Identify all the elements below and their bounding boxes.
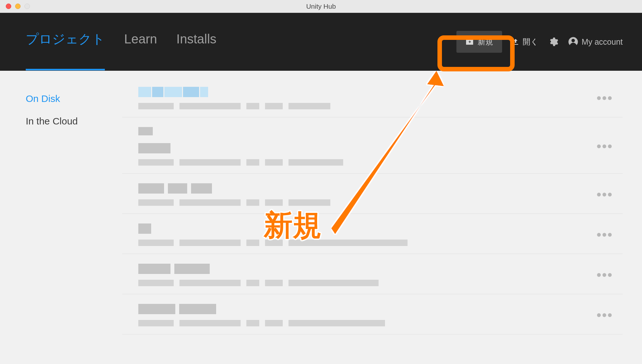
project-more-button[interactable]: ••• <box>597 139 616 154</box>
tab-installs[interactable]: Installs <box>176 32 216 52</box>
project-info <box>138 304 597 326</box>
window-title: Unity Hub <box>306 3 336 10</box>
settings-button[interactable] <box>548 37 558 47</box>
body: On Disk In the Cloud ••• ••• •• <box>0 71 642 364</box>
project-more-button[interactable]: ••• <box>597 308 616 323</box>
svg-rect-1 <box>470 41 470 43</box>
svg-point-3 <box>572 39 575 42</box>
sidebar: On Disk In the Cloud <box>0 71 122 364</box>
window-controls <box>0 4 30 9</box>
project-row[interactable]: ••• <box>122 117 623 174</box>
minimize-window-icon[interactable] <box>15 4 21 9</box>
project-list: ••• ••• ••• ••• <box>122 71 642 364</box>
main-tabs: プロジェクト Learn Installs <box>26 30 456 54</box>
project-row[interactable]: ••• <box>122 84 623 117</box>
maximize-window-icon[interactable] <box>24 4 30 9</box>
close-window-icon[interactable] <box>6 4 11 9</box>
project-info <box>138 183 597 206</box>
account-icon <box>568 37 578 47</box>
project-row[interactable]: ••• <box>122 294 623 334</box>
tab-learn[interactable]: Learn <box>124 32 157 52</box>
sidebar-item-on-disk[interactable]: On Disk <box>26 93 122 104</box>
project-info <box>138 264 597 286</box>
upload-icon <box>512 38 519 46</box>
folder-plus-icon <box>465 38 474 45</box>
project-info <box>138 223 597 246</box>
new-project-button[interactable]: 新規 <box>456 31 502 53</box>
project-row[interactable]: ••• <box>122 174 623 214</box>
project-more-button[interactable]: ••• <box>597 228 616 242</box>
new-button-label: 新規 <box>478 37 493 47</box>
project-more-button[interactable]: ••• <box>597 268 616 282</box>
project-more-button[interactable]: ••• <box>597 187 616 202</box>
project-row[interactable]: ••• <box>122 214 623 254</box>
project-row[interactable]: ••• <box>122 254 623 294</box>
header: プロジェクト Learn Installs 新規 開く My account <box>0 13 642 71</box>
project-info <box>138 87 597 109</box>
project-more-button[interactable]: ••• <box>597 91 616 105</box>
header-actions: 新規 開く My account <box>456 31 623 53</box>
gear-icon <box>548 37 558 47</box>
tab-projects[interactable]: プロジェクト <box>26 30 105 54</box>
open-button-label: 開く <box>523 37 538 47</box>
open-project-button[interactable]: 開く <box>512 37 538 47</box>
account-label: My account <box>582 37 623 47</box>
titlebar: Unity Hub <box>0 0 642 13</box>
account-button[interactable]: My account <box>568 37 623 47</box>
project-info <box>138 127 597 166</box>
sidebar-item-cloud[interactable]: In the Cloud <box>26 116 122 127</box>
